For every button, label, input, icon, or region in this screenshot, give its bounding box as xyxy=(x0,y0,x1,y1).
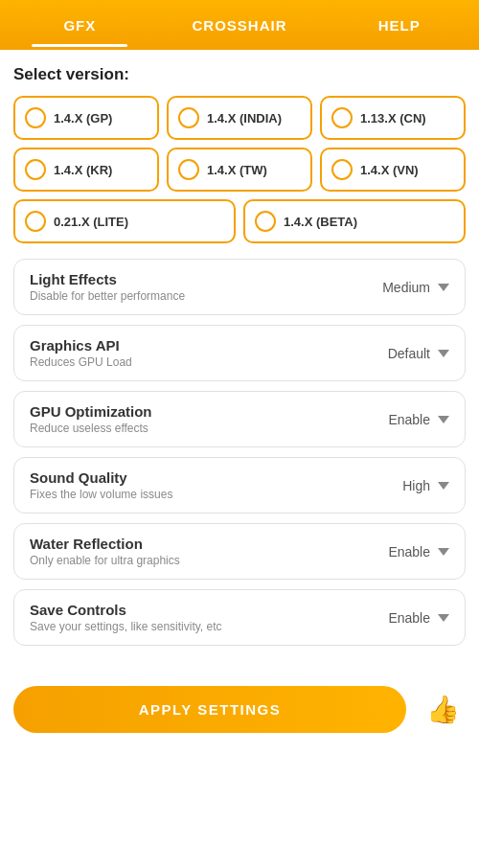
setting-info-light-effects: Light Effects Disable for better perform… xyxy=(30,271,363,303)
bottom-bar: APPLY SETTINGS 👍 xyxy=(0,671,479,748)
version-option-lite[interactable]: 0.21.X (LITE) xyxy=(13,199,236,243)
thumbs-up-button[interactable]: 👍 xyxy=(420,687,466,733)
setting-water-reflection[interactable]: Water Reflection Only enable for ultra g… xyxy=(13,523,466,580)
radio-india xyxy=(178,107,199,128)
setting-subtitle-gpu-optimization: Reduce useless effects xyxy=(30,422,363,435)
radio-vn xyxy=(331,159,353,180)
setting-value-sound-quality: High xyxy=(402,478,430,493)
setting-title-graphics-api: Graphics API xyxy=(30,337,363,354)
radio-gp xyxy=(25,107,46,128)
version-label-lite: 0.21.X (LITE) xyxy=(54,215,128,229)
version-option-tw[interactable]: 1.4.X (TW) xyxy=(167,148,312,192)
setting-info-save-controls: Save Controls Save your settings, like s… xyxy=(30,602,363,633)
tab-gfx[interactable]: GFX xyxy=(0,4,160,47)
settings-list: Light Effects Disable for better perform… xyxy=(13,259,466,646)
tab-crosshair[interactable]: CROSSHAIR xyxy=(160,4,320,47)
version-option-beta[interactable]: 1.4.X (BETA) xyxy=(243,199,466,243)
apply-settings-button[interactable]: APPLY SETTINGS xyxy=(13,686,406,733)
tab-bar: GFX CROSSHAIR HELP xyxy=(0,0,479,50)
radio-kr xyxy=(25,159,46,180)
version-option-gp[interactable]: 1.4.X (GP) xyxy=(13,96,159,140)
main-content: Select version: 1.4.X (GP) 1.4.X (INDIA)… xyxy=(0,50,479,661)
dropdown-arrow-graphics-api xyxy=(438,350,449,357)
thumbs-up-icon: 👍 xyxy=(426,694,460,725)
setting-subtitle-sound-quality: Fixes the low volume issues xyxy=(30,488,363,501)
select-version-label: Select version: xyxy=(13,65,466,84)
version-label-beta: 1.4.X (BETA) xyxy=(284,215,357,229)
setting-value-light-effects: Medium xyxy=(382,280,430,295)
setting-info-graphics-api: Graphics API Reduces GPU Load xyxy=(30,337,363,369)
setting-info-sound-quality: Sound Quality Fixes the low volume issue… xyxy=(30,469,363,501)
version-option-kr[interactable]: 1.4.X (KR) xyxy=(13,148,159,192)
setting-title-water-reflection: Water Reflection xyxy=(30,536,363,552)
setting-subtitle-save-controls: Save your settings, like sensitivity, et… xyxy=(30,620,363,633)
setting-value-gpu-optimization: Enable xyxy=(388,412,430,427)
dropdown-arrow-water-reflection xyxy=(438,548,449,556)
radio-cn xyxy=(331,107,353,128)
setting-save-controls[interactable]: Save Controls Save your settings, like s… xyxy=(13,589,466,646)
version-label-gp: 1.4.X (GP) xyxy=(54,111,112,126)
version-grid-row2: 1.4.X (KR) 1.4.X (TW) 1.4.X (VN) xyxy=(13,148,466,192)
setting-subtitle-water-reflection: Only enable for ultra graphics xyxy=(30,554,363,567)
tab-help[interactable]: HELP xyxy=(319,4,479,47)
setting-value-save-controls: Enable xyxy=(388,610,430,626)
radio-beta xyxy=(255,211,276,232)
setting-title-sound-quality: Sound Quality xyxy=(30,469,363,486)
setting-control-light-effects[interactable]: Medium xyxy=(363,280,449,295)
version-grid-row1: 1.4.X (GP) 1.4.X (INDIA) 1.13.X (CN) xyxy=(13,96,466,140)
radio-tw xyxy=(178,159,199,180)
dropdown-arrow-sound-quality xyxy=(438,482,449,490)
version-grid-row3: 0.21.X (LITE) 1.4.X (BETA) xyxy=(13,199,466,243)
setting-subtitle-light-effects: Disable for better performance xyxy=(30,289,363,303)
version-option-vn[interactable]: 1.4.X (VN) xyxy=(320,148,466,192)
setting-gpu-optimization[interactable]: GPU Optimization Reduce useless effects … xyxy=(13,391,466,447)
version-label-tw: 1.4.X (TW) xyxy=(207,163,267,177)
setting-graphics-api[interactable]: Graphics API Reduces GPU Load Default xyxy=(13,325,466,381)
version-option-cn[interactable]: 1.13.X (CN) xyxy=(320,96,466,140)
setting-control-water-reflection[interactable]: Enable xyxy=(363,544,449,560)
setting-title-light-effects: Light Effects xyxy=(30,271,363,287)
version-label-cn: 1.13.X (CN) xyxy=(360,111,426,126)
setting-value-graphics-api: Default xyxy=(388,346,430,361)
setting-control-save-controls[interactable]: Enable xyxy=(363,610,449,626)
setting-control-gpu-optimization[interactable]: Enable xyxy=(363,412,449,427)
dropdown-arrow-save-controls xyxy=(438,614,449,622)
version-option-india[interactable]: 1.4.X (INDIA) xyxy=(167,96,312,140)
version-label-kr: 1.4.X (KR) xyxy=(54,163,112,177)
setting-info-gpu-optimization: GPU Optimization Reduce useless effects xyxy=(30,403,363,435)
setting-info-water-reflection: Water Reflection Only enable for ultra g… xyxy=(30,536,363,567)
setting-sound-quality[interactable]: Sound Quality Fixes the low volume issue… xyxy=(13,457,466,514)
setting-control-sound-quality[interactable]: High xyxy=(363,478,449,493)
dropdown-arrow-light-effects xyxy=(438,284,449,291)
setting-title-gpu-optimization: GPU Optimization xyxy=(30,403,363,420)
setting-value-water-reflection: Enable xyxy=(388,544,430,560)
version-label-india: 1.4.X (INDIA) xyxy=(207,111,282,126)
version-label-vn: 1.4.X (VN) xyxy=(360,163,419,177)
setting-light-effects[interactable]: Light Effects Disable for better perform… xyxy=(13,259,466,315)
dropdown-arrow-gpu-optimization xyxy=(438,416,449,423)
setting-subtitle-graphics-api: Reduces GPU Load xyxy=(30,355,363,369)
setting-control-graphics-api[interactable]: Default xyxy=(363,346,449,361)
setting-title-save-controls: Save Controls xyxy=(30,602,363,618)
radio-lite xyxy=(25,211,46,232)
